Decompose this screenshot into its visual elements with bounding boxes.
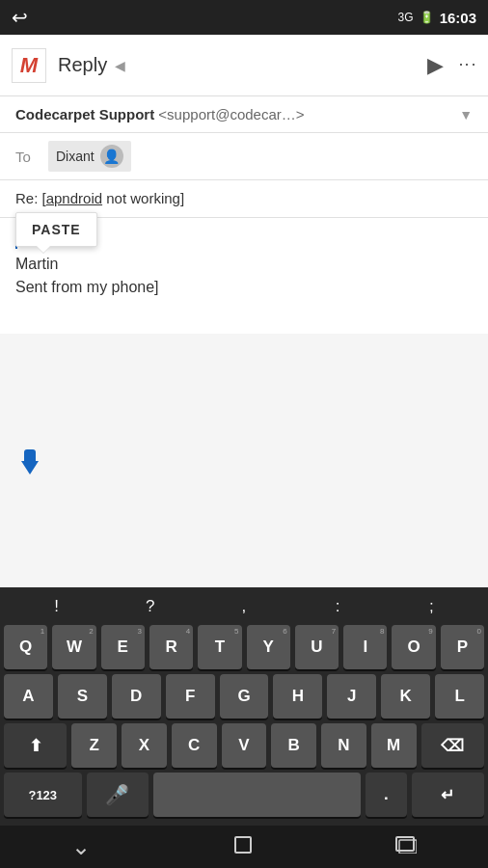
key-y[interactable]: 6Y <box>247 625 290 669</box>
sym-exclamation[interactable]: ! <box>36 593 78 620</box>
enter-button[interactable]: ↵ <box>412 773 484 817</box>
subject-field: Re: [apndroid not working] <box>15 190 184 206</box>
space-button[interactable] <box>153 773 361 817</box>
key-i[interactable]: 8I <box>343 625 387 669</box>
period-button[interactable]: . <box>366 773 407 817</box>
gmail-logo: M <box>12 48 46 83</box>
body-line1: Martin <box>15 253 473 276</box>
app-bar-title-area: Reply ◀ <box>58 54 416 76</box>
numbers-button[interactable]: ?123 <box>4 773 82 817</box>
recipient-name: Dixant <box>56 149 95 164</box>
key-g[interactable]: G <box>220 674 269 719</box>
key-z[interactable]: Z <box>71 723 117 768</box>
expand-icon[interactable]: ▼ <box>459 107 473 122</box>
key-b[interactable]: B <box>271 723 316 768</box>
key-q[interactable]: 1Q <box>4 625 47 669</box>
status-bar: ↩ 3G 🔋 16:03 <box>0 0 488 35</box>
title-chevron-icon: ◀ <box>115 58 125 73</box>
key-c[interactable]: C <box>172 723 217 768</box>
nav-home-button[interactable] <box>213 827 273 868</box>
key-o[interactable]: 9O <box>392 625 435 669</box>
sym-comma[interactable]: , <box>223 593 265 620</box>
backspace-button[interactable]: ⌫ <box>421 723 484 768</box>
shift-button[interactable]: ⬆ <box>4 723 67 768</box>
body-text: Martin Sent from my phone] <box>15 253 473 299</box>
paste-popup[interactable]: PASTE <box>15 212 97 247</box>
nav-recents-button[interactable] <box>376 828 436 866</box>
keyboard-row-1: 1Q 2W 3E 4R 5T 6Y 7U 8I 9O 0P <box>0 625 488 669</box>
keyboard-row-3: ⬆ Z X C V B N M ⌫ <box>0 723 488 768</box>
key-r[interactable]: 4R <box>149 625 193 669</box>
key-v[interactable]: V <box>222 723 267 768</box>
keyboard: ! ? , : ; 1Q 2W 3E 4R 5T 6Y 7U 8I 9O 0P … <box>0 587 488 826</box>
status-icons: 3G 🔋 16:03 <box>398 10 476 26</box>
key-n[interactable]: N <box>321 723 366 768</box>
mic-button[interactable]: 🎤 <box>87 773 149 817</box>
subject-suffix: not working] <box>102 190 184 206</box>
compose-area: Codecarpet Support <support@codecar…> ▼ … <box>0 96 488 334</box>
gmail-m-icon: M <box>20 53 38 78</box>
from-row: Codecarpet Support <support@codecar…> ▼ <box>0 96 488 133</box>
battery-icon: 🔋 <box>420 11 434 24</box>
sender-name: Codecarpet Support <box>15 106 154 122</box>
sym-question[interactable]: ? <box>129 593 172 620</box>
key-w[interactable]: 2W <box>52 625 95 669</box>
back-arrow-icon[interactable]: ↩ <box>12 6 28 29</box>
clock: 16:03 <box>440 10 476 26</box>
key-j[interactable]: J <box>327 674 376 719</box>
sender-email: <support@codecar…> <box>158 106 304 122</box>
key-u[interactable]: 7U <box>295 625 339 669</box>
svg-rect-2 <box>235 837 251 853</box>
key-a[interactable]: A <box>4 674 53 719</box>
send-button[interactable]: ▶ <box>427 53 444 78</box>
subject-link: apndroid <box>46 190 102 206</box>
keyboard-row-4: ?123 🎤 . ↵ <box>0 773 488 817</box>
app-bar-actions: ▶ ⋮ <box>427 53 476 78</box>
svg-marker-1 <box>21 461 39 475</box>
keyboard-row-2: A S D F G H J K L <box>0 674 488 719</box>
key-m[interactable]: M <box>371 723 417 768</box>
symbols-row: ! ? , : ; <box>0 591 488 622</box>
paste-label[interactable]: PASTE <box>32 222 81 237</box>
network-icon: 3G <box>398 11 414 24</box>
sym-semicolon[interactable]: ; <box>410 593 452 620</box>
avatar-icon: 👤 <box>103 149 120 164</box>
status-bar-left: ↩ <box>12 6 391 29</box>
key-d[interactable]: D <box>112 674 161 719</box>
to-label: To <box>15 149 39 165</box>
key-e[interactable]: 3E <box>101 625 145 669</box>
key-s[interactable]: S <box>58 674 107 719</box>
from-field: Codecarpet Support <support@codecar…> <box>15 106 459 122</box>
page-title: Reply <box>58 54 107 76</box>
key-x[interactable]: X <box>122 723 167 768</box>
key-p[interactable]: 0P <box>441 625 484 669</box>
body-line2: Sent from my phone] <box>15 276 473 299</box>
to-row: To Dixant 👤 <box>0 133 488 180</box>
avatar: 👤 <box>100 145 123 168</box>
key-h[interactable]: H <box>273 674 322 719</box>
more-options-button[interactable]: ⋮ <box>459 56 476 75</box>
recipient-chip[interactable]: Dixant 👤 <box>48 141 131 172</box>
sym-colon[interactable]: : <box>316 593 359 620</box>
key-l[interactable]: L <box>435 674 484 719</box>
key-k[interactable]: K <box>381 674 430 719</box>
paste-triangle-inner <box>36 245 51 253</box>
nav-bar: ⌄ <box>0 826 488 868</box>
cursor-handle <box>21 449 39 478</box>
nav-back-button[interactable]: ⌄ <box>52 826 110 868</box>
app-bar: M Reply ◀ ▶ ⋮ <box>0 35 488 96</box>
key-f[interactable]: F <box>166 674 215 719</box>
subject-prefix: Re: [ <box>15 190 46 206</box>
key-t[interactable]: 5T <box>198 625 241 669</box>
